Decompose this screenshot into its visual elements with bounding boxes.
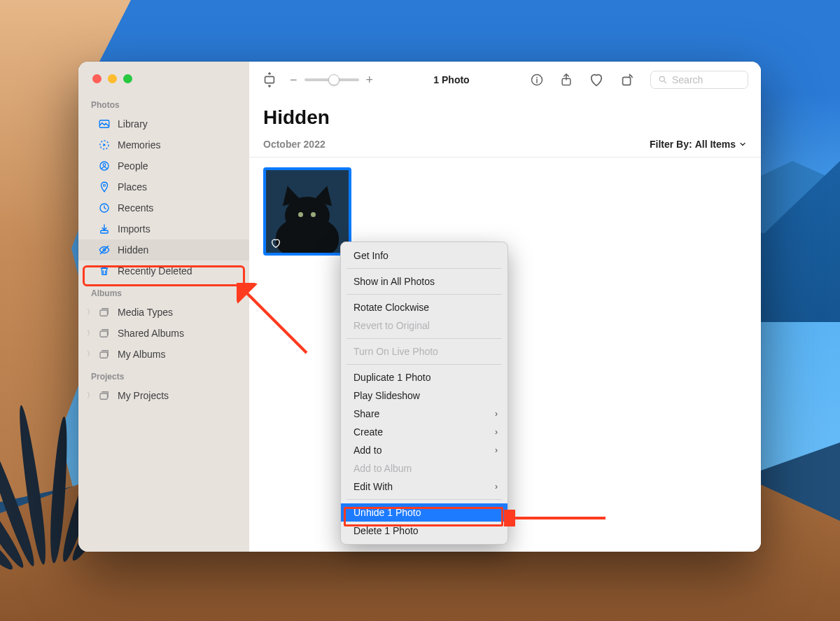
close-window-button[interactable] [92,74,102,83]
people-icon [98,160,111,172]
zoom-out-label[interactable]: − [290,73,298,88]
zoom-in-label[interactable]: + [366,73,374,88]
menu-item-delete-1-photo[interactable]: Delete 1 Photo [341,522,507,540]
sidebar-item-label: Shared Albums [118,328,184,338]
menu-item-label: Add to [354,445,382,456]
sidebar-item-label: My Projects [118,391,169,400]
menu-item-label: Play Slideshow [354,390,420,401]
filter-value: All Items [695,139,736,150]
sidebar-item-label: Recents [118,203,153,213]
search-icon [658,75,668,85]
menu-item-label: Duplicate 1 Photo [354,372,431,383]
imports-icon [98,223,111,235]
disclosure-icon[interactable]: 〉 [87,392,94,399]
menu-separator [346,364,502,365]
sidebar-heading-albums: Albums [78,281,249,302]
svg-point-3 [103,164,106,167]
sidebar-item-people[interactable]: People [78,155,249,176]
toolbar: − + 1 Photo [249,62,761,98]
menu-item-share[interactable]: Share› [341,405,507,423]
date-heading: October 2022 [263,139,326,150]
stack-icon [98,389,111,402]
menu-item-revert-to-original: Revert to Original [341,316,507,335]
stack-icon [98,306,111,319]
sidebar-item-label: Imports [118,224,150,234]
sidebar-item-hidden[interactable]: Hidden [78,239,249,260]
sidebar-item-label: People [118,161,148,171]
sidebar-item-label: Hidden [118,245,148,255]
menu-item-duplicate-1-photo[interactable]: Duplicate 1 Photo [341,368,507,386]
chevron-right-icon: › [495,409,498,419]
menu-separator [346,338,502,339]
menu-item-label: Unhide 1 Photo [354,507,421,518]
sidebar-item-recents[interactable]: Recents [78,197,249,218]
menu-item-label: Turn On Live Photo [354,346,438,357]
menu-item-edit-with[interactable]: Edit With› [341,477,507,496]
menu-item-label: Edit With [354,481,393,492]
filter-prefix: Filter By: [650,139,692,150]
menu-item-show-in-all-photos[interactable]: Show in All Photos [341,272,507,291]
stack-icon [98,348,111,361]
search-placeholder: Search [672,74,703,85]
info-icon[interactable] [530,73,544,87]
fullscreen-window-button[interactable] [123,74,132,83]
sidebar-item-label: Places [118,182,147,192]
menu-item-label: Show in All Photos [354,276,435,287]
sidebar-item-memories[interactable]: Memories [78,134,249,155]
hidden-icon [98,244,111,256]
places-icon [98,181,111,193]
stack-icon [98,327,111,340]
sidebar: Photos Library Memories People [78,62,249,552]
photo-image [276,188,339,251]
zoom-slider[interactable]: − + [290,73,373,88]
menu-item-create[interactable]: Create› [341,423,507,441]
aspect-icon[interactable] [262,71,277,89]
chevron-right-icon: › [495,427,498,437]
svg-point-4 [104,184,106,186]
search-input[interactable]: Search [650,71,748,89]
svg-rect-6 [101,230,108,233]
chevron-right-icon: › [495,445,498,455]
menu-item-add-to-album: Add to Album [341,459,507,477]
window-controls [78,71,249,93]
svg-rect-10 [100,331,108,337]
menu-item-label: Add to Album [354,463,412,474]
menu-item-label: Create [354,426,383,438]
disclosure-icon[interactable]: 〉 [87,309,94,316]
photo-thumbnail[interactable] [263,167,351,256]
menu-item-get-info[interactable]: Get Info [341,246,507,265]
svg-rect-12 [100,393,108,399]
sidebar-item-label: Library [118,119,148,129]
disclosure-icon[interactable]: 〉 [87,330,94,337]
recents-icon [98,202,111,214]
toolbar-title: 1 Photo [433,74,469,85]
svg-rect-13 [265,76,274,83]
zoom-track[interactable] [304,78,359,81]
sidebar-item-places[interactable]: Places [78,176,249,197]
minimize-window-button[interactable] [108,74,117,83]
sidebar-item-library[interactable]: Library [78,113,249,134]
rotate-icon[interactable] [620,72,635,88]
svg-rect-11 [100,352,108,358]
svg-point-15 [536,77,538,78]
disclosure-icon[interactable]: 〉 [87,351,94,358]
share-icon[interactable] [559,72,573,88]
filter-by-button[interactable]: Filter By: All Items [650,139,747,150]
menu-item-unhide-1-photo[interactable]: Unhide 1 Photo [341,503,507,522]
menu-separator [346,294,502,295]
sidebar-item-imports[interactable]: Imports [78,218,249,239]
sidebar-item-shared-albums[interactable]: 〉 Shared Albums [78,323,249,344]
favorite-icon[interactable] [589,73,604,87]
library-icon [98,118,111,130]
sidebar-item-media-types[interactable]: 〉 Media Types [78,302,249,323]
trash-icon [98,265,111,277]
menu-item-play-slideshow[interactable]: Play Slideshow [341,386,507,405]
menu-item-rotate-clockwise[interactable]: Rotate Clockwise [341,298,507,316]
chevron-down-icon [738,140,747,148]
sidebar-item-my-albums[interactable]: 〉 My Albums [78,344,249,365]
sidebar-item-recently-deleted[interactable]: Recently Deleted [78,260,249,281]
zoom-thumb[interactable] [328,74,340,85]
menu-item-label: Revert to Original [354,320,430,331]
sidebar-item-my-projects[interactable]: 〉 My Projects [78,385,249,406]
menu-item-add-to[interactable]: Add to› [341,441,507,459]
